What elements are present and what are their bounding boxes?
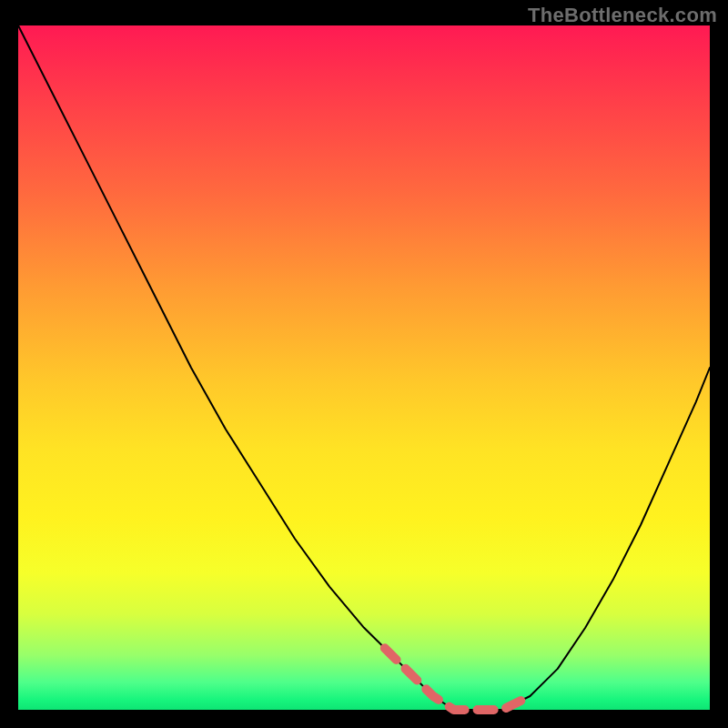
curve-layer: [18, 25, 710, 710]
chart-stage: TheBottleneck.com: [0, 0, 728, 728]
optimal-range-dashed: [385, 648, 531, 710]
watermark-text: TheBottleneck.com: [528, 4, 717, 27]
bottleneck-curve: [18, 25, 710, 710]
plot-area: [18, 25, 710, 710]
